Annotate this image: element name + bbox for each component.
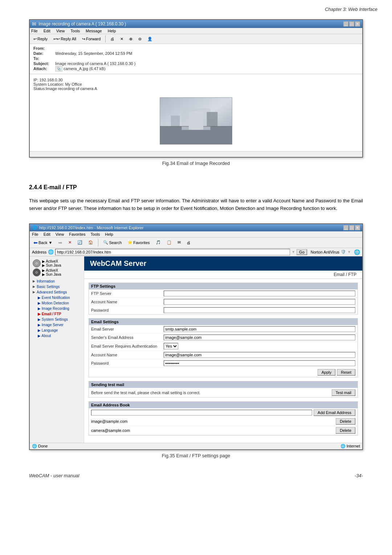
next-button[interactable]: ⊖	[136, 36, 144, 42]
minimize-btn[interactable]: _	[343, 21, 348, 27]
subject-value: Image recording of camera A ( 192.168.0.…	[55, 61, 135, 66]
new-email-input[interactable]	[91, 410, 312, 416]
ftp-password-input[interactable]	[164, 307, 355, 313]
email-entry-1: image@sample.com	[91, 419, 127, 424]
stop-icon: ✕	[68, 240, 72, 245]
arrow-icon-information: ▶	[33, 279, 35, 283]
address-input[interactable]	[55, 249, 290, 255]
history-button[interactable]: 📋	[164, 239, 174, 246]
search-button[interactable]: 🔍 Search	[101, 239, 124, 246]
sidebar-item-system[interactable]: ▶ System Settings	[31, 317, 82, 322]
browser-menu-edit[interactable]: Edit	[44, 232, 50, 236]
menu-message[interactable]: Message	[86, 29, 102, 33]
forward-icon: ↪	[82, 37, 85, 41]
apply-button[interactable]: Apply	[318, 369, 336, 376]
media-button[interactable]: 🎵	[154, 239, 163, 246]
favorites-button[interactable]: ⭐ Favorites	[125, 239, 152, 246]
email-entry-2: camera@sample.com	[91, 428, 130, 433]
auth-label: Email Server Requires Authentication	[91, 344, 164, 348]
stop-button[interactable]: ✕	[66, 239, 74, 246]
mail-button[interactable]: ✉	[175, 239, 183, 246]
menu-edit[interactable]: Edit	[44, 29, 50, 33]
email-password-input[interactable]	[164, 360, 355, 366]
browser-menu-view[interactable]: View	[56, 232, 64, 236]
forward-button[interactable]: ↪ Forward	[80, 36, 103, 42]
browser-menu-tools[interactable]: Tools	[91, 232, 100, 236]
addresses-button[interactable]: 👤	[145, 36, 155, 42]
refresh-button[interactable]: 🔄	[75, 239, 85, 246]
sidebar-item-image-server[interactable]: ▶ Image Server	[31, 322, 82, 328]
menu-view[interactable]: View	[56, 29, 65, 33]
go-button[interactable]: Go	[297, 249, 307, 255]
webcam-title: WebCAM Server	[90, 259, 146, 267]
delete-email-1-button[interactable]: Delete	[336, 418, 355, 425]
email-server-input[interactable]	[164, 326, 355, 332]
sidebar-item-advanced[interactable]: ▶ Advanced Settings	[31, 289, 82, 295]
footer-left: WebCAM - user manual	[29, 473, 79, 478]
browser-menu-favorites[interactable]: Favorites	[69, 232, 85, 236]
close-btn[interactable]: ✕	[355, 21, 360, 27]
dropdown-arrow-icon: ▼	[291, 250, 295, 254]
sender-email-row: Sender's Email Address	[89, 333, 358, 342]
reset-button[interactable]: Reset	[337, 369, 355, 376]
sunjava-link-1[interactable]: ▶ Sun Java	[42, 263, 61, 267]
email-password-label: Password	[91, 361, 164, 365]
browser-close-btn[interactable]: ✕	[355, 225, 360, 230]
reply-all-button[interactable]: ↩↩ Reply All	[51, 36, 78, 42]
delete-button[interactable]: ✕	[118, 36, 126, 42]
reply-icon: ↩	[33, 37, 37, 41]
test-mail-description: Before send the test mail, please check …	[91, 390, 329, 395]
body-line2: System Location: My Office	[33, 82, 359, 86]
forward-nav-button[interactable]: ➡	[56, 239, 65, 247]
prev-button[interactable]: ⊕	[127, 36, 135, 42]
sidebar-item-about[interactable]: ▶ About	[31, 333, 82, 339]
email-section-title: Email Settings	[89, 319, 358, 325]
browser-menubar: File Edit View Favorites Tools Help	[30, 231, 362, 238]
menu-help[interactable]: Help	[108, 29, 116, 33]
sidebar-item-image-recording[interactable]: ▶ Image Recording	[31, 306, 82, 311]
add-email-button[interactable]: Add Email Address	[314, 409, 355, 416]
reply-button[interactable]: ↩ Reply	[31, 36, 50, 42]
email-statusbar	[30, 151, 362, 157]
browser-minimize-btn[interactable]: _	[343, 225, 348, 230]
sidebar-item-email-ftp[interactable]: ▶ Email / FTP	[31, 311, 82, 317]
norton-label: Norton AntiVirus	[311, 250, 339, 254]
sidebar-item-motion[interactable]: ▶ Motion Detection	[31, 300, 82, 306]
sidebar-item-language[interactable]: ▶ Language	[31, 328, 82, 333]
browser-content: ⊙ ▶ ActiveX ▶ Sun Java ⊙ ▶ ActiveX ▶ Sun…	[30, 256, 362, 443]
browser-menu-help[interactable]: Help	[105, 232, 113, 236]
address-book-entry-1: image@sample.com Delete	[89, 417, 358, 426]
sunjava-link-2[interactable]: ▶ Sun Java	[42, 272, 61, 276]
test-mail-button[interactable]: Test mail	[332, 389, 355, 396]
ftp-account-label: Account Name	[91, 300, 164, 304]
print-browser-button[interactable]: 🖨	[184, 239, 193, 246]
back-button[interactable]: ⬅ Back ▼	[31, 239, 54, 247]
email-account-input[interactable]	[164, 352, 355, 358]
delete-email-2-button[interactable]: Delete	[336, 427, 355, 434]
browser-maximize-btn[interactable]: □	[349, 225, 354, 230]
sender-email-input[interactable]	[164, 335, 355, 340]
activex-link-2[interactable]: ▶ ActiveX	[42, 268, 61, 272]
ftp-server-input[interactable]	[164, 291, 355, 296]
sidebar-view-row-2: ⊙ ▶ ActiveX ▶ Sun Java	[31, 268, 82, 276]
menu-file[interactable]: File	[31, 29, 38, 33]
auth-select[interactable]: Yes No	[164, 343, 178, 349]
camera-image	[160, 97, 232, 145]
sidebar-item-basic[interactable]: ▶ Basic Settings	[31, 284, 82, 289]
browser-window: 🌐 http://192.168.0.207/index.htm - Micro…	[29, 223, 363, 450]
browser-menu-file[interactable]: File	[32, 232, 38, 236]
sidebar-activex-1: ▶ ActiveX ▶ Sun Java	[42, 259, 61, 267]
add-email-row: Add Email Address	[89, 408, 358, 417]
ftp-section-title: FTP Settings	[89, 283, 358, 289]
home-icon: 🏠	[88, 240, 93, 245]
sidebar-item-event[interactable]: ▶ Event Notification	[31, 295, 82, 300]
home-button[interactable]: 🏠	[86, 239, 95, 246]
print-button[interactable]: 🖨	[108, 36, 117, 42]
ftp-account-input[interactable]	[164, 299, 355, 305]
maximize-btn[interactable]: □	[349, 21, 354, 27]
menu-tools[interactable]: Tools	[70, 29, 80, 33]
activex-link-1[interactable]: ▶ ActiveX	[42, 259, 61, 263]
test-mail-row: Before send the test mail, please check …	[89, 388, 358, 397]
sidebar-item-information[interactable]: ▶ Information	[31, 279, 82, 284]
ftp-password-row: Password	[89, 306, 358, 314]
